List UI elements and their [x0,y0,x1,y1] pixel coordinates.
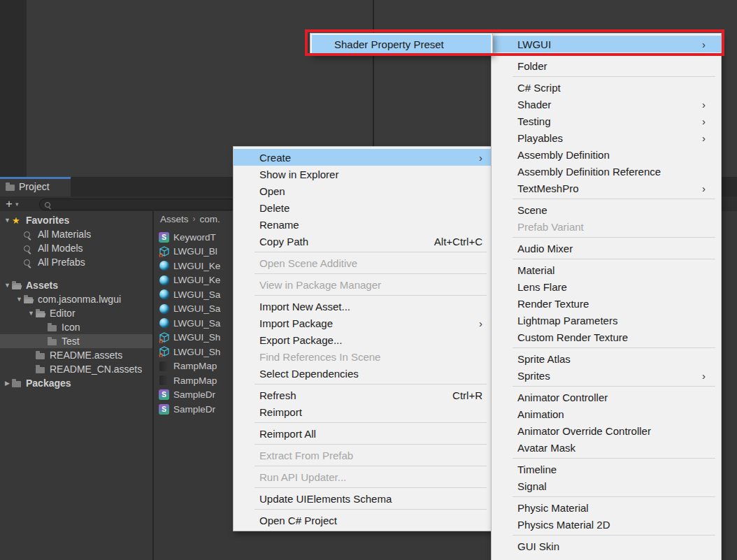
menu-item[interactable]: Import Package › [234,315,492,331]
tree-item[interactable]: ▶ Packages [0,376,152,390]
tree-item[interactable]: README.assets [0,348,152,362]
tree-item-label: com.jasonma.lwgui [38,294,121,305]
tree-item[interactable]: All Models [0,241,152,255]
menu-item [234,420,492,425]
breadcrumb-current[interactable]: com. [200,214,220,224]
menu-item[interactable]: Avatar Mask [492,439,721,456]
menu-item[interactable]: Physic Material [492,499,721,516]
menu-item[interactable]: Reimport All [234,425,492,442]
foldout-arrow-icon[interactable]: ▼ [3,217,12,224]
menu-item[interactable]: Timeline [492,461,721,478]
menu-item[interactable]: Extract From Prefab [234,447,492,464]
menu-item[interactable]: Rename [234,216,492,233]
menu-item[interactable]: Playables › [492,129,721,146]
tree-item[interactable]: ▼ Editor [0,306,152,320]
asset-label: RampMap [173,375,217,386]
menu-item[interactable]: Sprite Atlas [492,350,721,367]
menu-item [492,494,721,499]
menu-item [234,382,492,387]
asset-icon-slot [158,231,170,243]
menu-item[interactable]: Folder [492,57,721,74]
tree-item[interactable]: All Prefabs [0,255,152,269]
tree-item[interactable]: Icon [0,320,152,334]
tree-item[interactable]: ▼ Assets [0,278,152,292]
menu-item[interactable]: Create › [234,149,492,166]
menu-item[interactable]: GUI Skin [492,538,721,554]
menu-item-label: Select Dependencies [259,368,463,380]
menu-item[interactable]: TextMeshPro › [492,180,721,196]
material-asset-icon [159,275,169,285]
add-asset-button[interactable]: + [6,198,13,210]
menu-item-label: C# Script [517,82,686,94]
script-asset-icon [159,404,169,415]
shader-asset-icon: {} [159,246,170,257]
menu-item[interactable]: Run API Updater... [234,468,492,485]
menu-item[interactable]: Export Package... [234,331,492,348]
menu-item[interactable]: Sprites › [492,367,721,384]
tree-item[interactable]: ▼ com.jasonma.lwgui [0,292,152,306]
menu-item[interactable]: Show in Explorer [234,166,492,182]
menu-item[interactable]: Physics Material 2D [492,516,721,533]
breadcrumb-root[interactable]: Assets [160,214,189,224]
search-icon [24,245,30,252]
menu-item[interactable]: Refresh Ctrl+R [234,387,492,403]
menu-item-label: Update UIElements Schema [259,493,463,505]
menu-item[interactable]: Lightmap Parameters [492,312,721,329]
menu-item[interactable]: Open C# Project [234,512,492,529]
menu-item[interactable]: Material [492,261,721,278]
tree-item[interactable]: README_CN.assets [0,362,152,376]
menu-item[interactable]: C# Script [492,79,721,96]
foldout-arrow-icon[interactable]: ▼ [15,296,24,303]
menu-item[interactable]: Reimport [234,403,492,420]
menu-item[interactable]: Testing › [492,113,721,129]
menu-item[interactable]: Open Scene Additive [234,254,492,271]
menu-item[interactable]: Open [234,182,492,199]
menu-item[interactable]: Animator Controller [492,389,721,405]
menu-item-label: Audio Mixer [517,243,686,254]
menu-item[interactable]: Delete [234,199,492,216]
foldout-arrow-icon[interactable]: ▼ [27,310,36,317]
menu-item[interactable]: View in Package Manager [234,276,492,293]
menu-item[interactable]: Animator Override Controller [492,422,721,439]
menu-item-label: Avatar Mask [517,442,686,454]
chevron-down-icon[interactable]: ▾ [15,201,19,208]
menu-item-label: Animator Override Controller [517,425,686,437]
menu-item-label: Assembly Definition [517,149,686,161]
foldout-arrow-icon[interactable]: ▶ [3,380,12,387]
menu-item[interactable]: Find References In Scene [234,348,492,365]
tree-item-label: Assets [26,280,58,291]
menu-item[interactable]: Import New Asset... [234,298,492,315]
tree-item[interactable]: ▼ ★ Favorites [0,213,152,227]
search-icon [45,202,50,208]
tree-item[interactable]: All Materials [0,227,152,241]
create-submenu: LWGUI › Folder C# Script Shader › Testin… [491,33,722,560]
menu-item[interactable]: Custom Render Texture [492,329,721,345]
tree-item-label: Test [62,336,80,347]
menu-item[interactable]: Shader › [492,96,721,113]
foldout-arrow-icon[interactable]: ▼ [3,282,12,289]
menu-item[interactable]: Custom Font [492,554,721,560]
tree-item[interactable]: Test [0,334,152,348]
asset-icon-slot [158,289,170,301]
folder-open-icon [24,297,33,303]
menu-item[interactable]: Signal [492,478,721,494]
tab-project[interactable]: Project [0,177,71,196]
menu-item[interactable]: Prefab Variant [492,218,721,235]
menu-item-label: Physics Material 2D [517,519,686,531]
menu-item[interactable]: Copy Path Alt+Ctrl+C [234,233,492,250]
menu-item[interactable]: Lens Flare [492,278,721,295]
menu-item[interactable]: Scene [492,201,721,218]
tree-item-icon [36,310,50,317]
material-asset-icon [159,304,169,314]
search-input[interactable] [39,199,236,210]
menu-item[interactable]: Update UIElements Schema [234,490,492,507]
asset-icon-slot: {} [158,245,170,257]
menu-item[interactable]: Render Texture [492,295,721,312]
menu-item[interactable]: Select Dependencies [234,365,492,382]
submenu-arrow-icon: › [479,152,482,163]
asset-label: LWGUI_Sa [173,303,220,314]
menu-item[interactable]: Audio Mixer [492,240,721,257]
menu-item[interactable]: Assembly Definition Reference [492,163,721,180]
menu-item[interactable]: Assembly Definition [492,146,721,163]
menu-item[interactable]: Animation [492,405,721,422]
